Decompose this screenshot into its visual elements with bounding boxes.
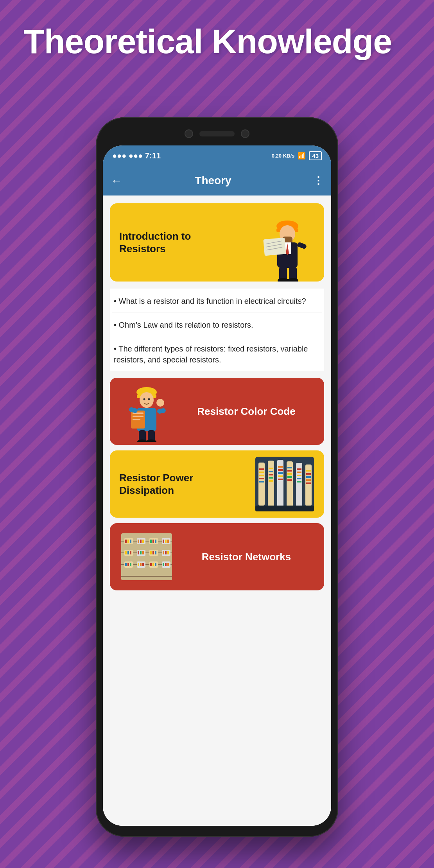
svg-rect-25 (133, 416, 143, 417)
svg-rect-58 (287, 479, 292, 481)
svg-rect-55 (287, 470, 292, 472)
svg-rect-60 (297, 468, 301, 470)
svg-rect-106 (163, 551, 164, 554)
power-card-image (254, 456, 315, 513)
svg-rect-28 (157, 408, 166, 414)
svg-rect-54 (287, 467, 292, 468)
svg-rect-94 (125, 551, 127, 554)
networks-image (119, 531, 174, 582)
svg-rect-64 (297, 481, 301, 482)
svg-rect-99 (140, 551, 142, 554)
svg-rect-49 (278, 469, 283, 471)
svg-rect-51 (278, 475, 283, 477)
svg-rect-118 (150, 563, 152, 566)
svg-rect-80 (130, 540, 131, 543)
battery-indicator: 43 (309, 151, 322, 160)
status-time: 7:11 (145, 151, 161, 160)
svg-rect-86 (150, 540, 152, 543)
svg-rect-63 (297, 478, 301, 479)
bullet-section: • What is a resistor and its function in… (110, 289, 324, 371)
svg-rect-41 (268, 461, 274, 507)
phone-speaker (199, 131, 235, 136)
color-code-title: Resistor Color Code (178, 405, 315, 418)
svg-rect-52 (278, 479, 283, 480)
svg-rect-103 (152, 551, 154, 554)
svg-rect-44 (269, 474, 273, 475)
svg-rect-83 (140, 540, 142, 543)
svg-rect-102 (150, 551, 152, 554)
svg-rect-107 (165, 551, 167, 554)
svg-rect-82 (138, 540, 139, 543)
svg-rect-36 (259, 468, 264, 470)
svg-rect-120 (155, 563, 156, 566)
network-speed: 0.20 KB/s (272, 153, 295, 159)
svg-rect-79 (127, 540, 129, 543)
power-dissipation-card[interactable]: Resistor Power Dissipation (110, 450, 324, 518)
signal-strength: ●●● ●●● (112, 151, 143, 160)
bullet-item-1[interactable]: • What is a resistor and its function in… (112, 289, 322, 312)
phone-notch (96, 122, 338, 145)
svg-rect-39 (259, 478, 264, 479)
svg-rect-78 (125, 540, 127, 543)
networks-card-title: Resistor Networks (178, 551, 315, 563)
svg-rect-104 (155, 551, 156, 554)
bullet-item-2[interactable]: • Ohm's Law and its relation to resistor… (112, 312, 322, 336)
svg-rect-70 (306, 482, 311, 484)
intro-card-title: Introduction to Resistors (119, 230, 227, 255)
svg-rect-119 (152, 563, 154, 566)
svg-rect-116 (142, 563, 144, 566)
svg-rect-37 (259, 472, 264, 473)
svg-rect-71 (255, 506, 314, 511)
networks-card[interactable]: Resistor Networks (110, 523, 324, 590)
svg-point-20 (143, 398, 145, 400)
svg-rect-110 (125, 563, 127, 566)
color-code-card[interactable]: Resistor Color Code (110, 378, 324, 445)
status-left: ●●● ●●● 7:11 (112, 151, 161, 160)
svg-rect-92 (167, 540, 169, 543)
svg-rect-100 (142, 551, 144, 554)
svg-rect-124 (167, 563, 169, 566)
app-bar-title: Theory (118, 174, 308, 187)
svg-rect-114 (138, 563, 139, 566)
phone-frame: ●●● ●●● 7:11 0.20 KB/s 📶 43 ← Theory ⋮ I… (96, 117, 338, 837)
more-options-button[interactable]: ⋮ (313, 175, 323, 187)
svg-rect-91 (165, 540, 167, 543)
svg-rect-45 (269, 477, 273, 479)
svg-point-19 (140, 392, 154, 408)
wifi-icon: 📶 (298, 152, 306, 160)
page-title: Theoretical Knowledge (23, 23, 392, 59)
svg-rect-40 (259, 481, 264, 482)
front-camera (185, 129, 193, 138)
svg-rect-56 (287, 473, 292, 475)
status-bar: ●●● ●●● 7:11 0.20 KB/s 📶 43 (103, 145, 331, 166)
svg-rect-67 (306, 473, 311, 475)
svg-rect-111 (127, 563, 129, 566)
svg-point-33 (146, 439, 156, 442)
svg-rect-69 (306, 479, 311, 481)
status-right: 0.20 KB/s 📶 43 (272, 151, 322, 160)
svg-rect-95 (127, 551, 129, 554)
svg-rect-122 (163, 563, 164, 566)
svg-rect-38 (259, 475, 264, 476)
svg-rect-8 (296, 242, 307, 249)
front-sensor (241, 129, 249, 138)
svg-rect-62 (297, 475, 301, 476)
power-card-title: Resistor Power Dissipation (119, 472, 217, 497)
color-code-image (119, 381, 174, 442)
svg-rect-48 (278, 466, 283, 468)
intro-card[interactable]: Introduction to Resistors (110, 203, 324, 282)
svg-rect-61 (297, 472, 301, 473)
svg-rect-90 (163, 540, 164, 543)
svg-rect-88 (155, 540, 156, 543)
svg-rect-66 (306, 470, 311, 472)
phone-screen: ●●● ●●● 7:11 0.20 KB/s 📶 43 ← Theory ⋮ I… (103, 145, 331, 826)
app-bar: ← Theory ⋮ (103, 166, 331, 195)
intro-card-image (252, 205, 320, 282)
svg-rect-123 (165, 563, 167, 566)
svg-rect-26 (133, 419, 140, 420)
svg-rect-84 (142, 540, 144, 543)
screen-content: Introduction to Resistors (103, 195, 331, 826)
svg-rect-42 (269, 468, 273, 469)
svg-rect-112 (130, 563, 131, 566)
bullet-item-3[interactable]: • The different types of resistors: fixe… (112, 336, 322, 371)
